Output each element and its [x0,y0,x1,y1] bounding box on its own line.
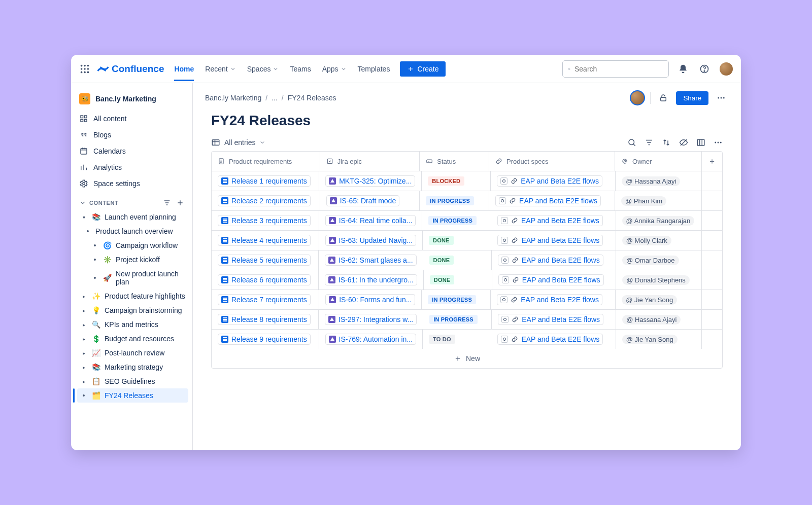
cell-owner[interactable]: @ Donald Stephens [616,270,702,290]
sidebar-link-all-content[interactable]: All content [75,111,188,127]
chevron-down-icon[interactable] [79,199,86,206]
sidebar-link-blogs[interactable]: Blogs [75,127,188,143]
cell-jira-epic[interactable]: IS-60: Forms and fun... [319,290,422,309]
cell-jira-epic[interactable]: IS-769: Automation in... [319,330,423,349]
cell-owner[interactable]: @ Hassana Ajayi [616,171,702,191]
sidebar-link-analytics[interactable]: Analytics [75,159,188,175]
create-button[interactable]: Create [400,61,446,77]
tree-item[interactable]: ▸🔍KPIs and metrics [77,317,188,332]
cell-product-specs[interactable]: EAP and Beta E2E flows [489,191,615,210]
tree-item[interactable]: ▸💡Campaign brainstorming [77,303,188,317]
db-more-icon[interactable] [714,138,723,147]
db-search-icon[interactable] [627,138,636,147]
cell-product-specs[interactable]: EAP and Beta E2E flows [492,250,616,270]
tree-item[interactable]: ▾📚Launch event planning [77,210,188,224]
cell-jira-epic[interactable]: IS-63: Updated Navig... [319,231,423,250]
app-switcher-icon[interactable] [79,63,90,75]
cell-jira-epic[interactable]: IS-297: Integrations w... [319,310,423,329]
db-hide-icon[interactable] [679,138,688,147]
chevron-right-icon[interactable]: ▸ [80,294,87,299]
cell-product-specs[interactable]: EAP and Beta E2E flows [491,290,616,309]
cell-product-requirements[interactable]: Release 5 requirements [212,250,319,270]
tree-item[interactable]: ▸📈Post-launch review [77,346,188,360]
chevron-right-icon[interactable]: ▸ [80,336,87,342]
column-header[interactable]: Product requirements [212,152,320,171]
db-filter-icon[interactable] [645,138,654,147]
view-selector[interactable]: All entries [211,138,265,147]
cell-owner[interactable]: @ Hassana Ajayi [616,310,702,329]
profile-avatar[interactable] [720,62,733,76]
chevron-right-icon[interactable]: ▸ [80,350,87,356]
search-input[interactable] [562,60,669,78]
cell-jira-epic[interactable]: IS-61: In the undergro... [319,270,424,290]
nav-item-spaces[interactable]: Spaces [247,57,279,81]
help-icon[interactable] [697,62,712,76]
cell-product-requirements[interactable]: Release 2 requirements [212,191,320,210]
cell-product-requirements[interactable]: Release 1 requirements [212,171,319,191]
cell-product-requirements[interactable]: Release 9 requirements [212,330,319,349]
cell-product-requirements[interactable]: Release 4 requirements [212,231,319,250]
tree-item[interactable]: •🗂️FY24 Releases [77,388,188,403]
tree-item[interactable]: ▸✨Product feature highlights [77,289,188,303]
cell-status[interactable]: IN PROGRESS [422,290,491,309]
cell-product-specs[interactable]: EAP and Beta E2E flows [492,270,617,290]
add-column-button[interactable]: ＋ [702,152,722,171]
cell-product-specs[interactable]: EAP and Beta E2E flows [491,211,616,230]
nav-item-recent[interactable]: Recent [205,57,235,81]
cell-owner[interactable]: @ Jie Yan Song [616,290,702,309]
tree-item[interactable]: •🚀New product launch plan [77,267,188,289]
cell-product-specs[interactable]: EAP and Beta E2E flows [491,231,616,250]
breadcrumb-part[interactable]: ... [272,94,278,102]
breadcrumb-part[interactable]: Banc.ly Marketing [205,94,261,102]
tree-item[interactable]: •🌀Campaign workflow [77,238,188,252]
cell-status[interactable]: DONE [423,231,491,250]
tree-item[interactable]: •✳️Project kickoff [77,252,188,267]
add-content-icon[interactable] [176,199,184,207]
restrictions-icon[interactable] [656,90,671,105]
cell-product-requirements[interactable]: Release 6 requirements [212,270,319,290]
search-field[interactable] [574,65,663,73]
column-header[interactable]: Owner [615,152,702,171]
nav-item-apps[interactable]: Apps [322,57,347,81]
cell-owner[interactable]: @ Molly Clark [616,231,702,250]
chevron-right-icon[interactable]: ▸ [80,379,87,384]
cell-status[interactable]: IN PROGRESS [422,211,491,230]
tree-item[interactable]: ▸📋SEO Guidelines [77,374,188,388]
cell-product-requirements[interactable]: Release 7 requirements [212,290,319,309]
filter-icon[interactable] [163,199,171,207]
cell-owner[interactable]: @ Jie Yan Song [616,330,702,349]
cell-owner[interactable]: @ Omar Darboe [616,250,702,270]
tree-item[interactable]: ▸📚Marketing strategy [77,360,188,374]
new-row[interactable]: ＋ New [212,349,722,368]
db-sort-icon[interactable] [662,138,671,147]
cell-product-requirements[interactable]: Release 8 requirements [212,310,319,329]
chevron-right-icon[interactable]: ▸ [80,322,87,328]
more-actions-icon[interactable] [714,90,729,105]
chevron-right-icon[interactable]: ▸ [80,365,87,370]
cell-owner[interactable]: @ Annika Rangarajan [616,211,702,230]
tree-item[interactable]: ▸💲Budget and resources [77,332,188,346]
notifications-icon[interactable] [676,62,690,76]
cell-status[interactable]: BLOCKED [422,171,491,191]
cell-product-specs[interactable]: EAP and Beta E2E flows [491,330,616,349]
author-avatar[interactable] [630,90,645,105]
nav-item-teams[interactable]: Teams [290,57,311,81]
column-header[interactable]: Status [420,152,489,171]
chevron-down-icon[interactable]: ▾ [80,214,87,220]
column-header[interactable]: Product specs [489,152,615,171]
tree-item[interactable]: •Product launch overview [77,224,188,238]
cell-status[interactable]: IN PROGRESS [423,310,492,329]
cell-jira-epic[interactable]: IS-64: Real time colla... [319,211,423,230]
cell-owner[interactable]: @ Phan Kim [615,191,702,210]
cell-jira-epic[interactable]: IS-65: Draft mode [320,191,420,210]
confluence-logo[interactable]: Confluence [97,63,164,75]
cell-status[interactable]: DONE [423,250,492,270]
cell-product-specs[interactable]: EAP and Beta E2E flows [492,310,616,329]
cell-product-requirements[interactable]: Release 3 requirements [212,211,319,230]
cell-status[interactable]: DONE [424,270,492,290]
sidebar-link-calendars[interactable]: Calendars [75,143,188,159]
chevron-right-icon[interactable]: ▸ [80,308,87,313]
cell-status[interactable]: TO DO [423,330,491,349]
nav-item-templates[interactable]: Templates [358,57,390,81]
db-layout-icon[interactable] [696,138,705,147]
